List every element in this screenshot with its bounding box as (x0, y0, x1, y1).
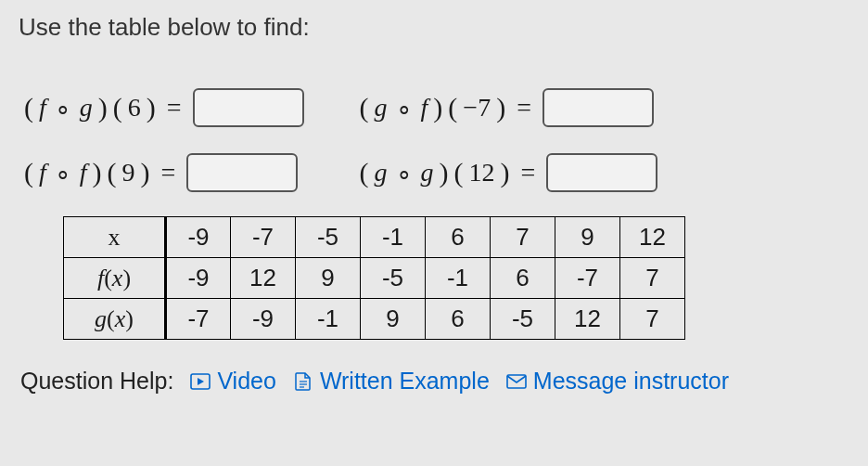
table-row: f(x) -9 12 9 -5 -1 6 -7 7 (64, 258, 685, 299)
answer-input-fog6[interactable] (193, 88, 304, 127)
table-cell: -1 (361, 217, 426, 258)
row-label-fx: f(x) (64, 258, 166, 299)
table-cell: -1 (426, 258, 491, 299)
var-x: x (115, 305, 126, 332)
arg-value: −7 (463, 93, 491, 123)
table-cell: 12 (231, 258, 296, 299)
func-symbol: f (39, 93, 46, 123)
table-row: x -9 -7 -5 -1 6 7 9 12 (64, 217, 685, 258)
table-cell: 12 (555, 299, 620, 340)
equation-gog-12: ( g ∘ g ) (12) = (360, 153, 658, 192)
written-example-label: Written Example (320, 368, 490, 395)
row-label-x: x (64, 217, 166, 258)
table-cell: 7 (620, 299, 685, 340)
table-row: g(x) -7 -9 -1 9 6 -5 12 7 (64, 299, 685, 340)
arg-value: 12 (469, 158, 495, 188)
table-cell: 6 (426, 217, 491, 258)
table-cell: -5 (296, 217, 361, 258)
table-cell: 9 (361, 299, 426, 340)
var-x: x (112, 265, 123, 291)
func-symbol: f (80, 158, 87, 188)
table-cell: -7 (166, 299, 231, 340)
answer-input-fof9[interactable] (186, 153, 298, 192)
table-cell: 7 (620, 258, 685, 299)
row-label-gx: g(x) (64, 299, 166, 340)
equation-fog-6: ( f ∘ g ) (6) = (24, 88, 304, 127)
table-cell: -7 (231, 217, 296, 258)
table-cell: 6 (426, 299, 491, 340)
func-symbol: f (421, 93, 428, 123)
func-symbol: g (80, 93, 93, 123)
message-instructor-link[interactable]: Message instructor (506, 368, 729, 395)
instruction-text: Use the table below to find: (19, 13, 849, 42)
written-example-link[interactable]: Written Example (293, 368, 490, 395)
answer-input-gog12[interactable] (546, 153, 657, 192)
table-cell: 6 (491, 258, 555, 299)
video-icon (190, 373, 211, 390)
data-table: x -9 -7 -5 -1 6 7 9 12 f(x) -9 12 9 -5 -… (63, 216, 685, 340)
message-instructor-label: Message instructor (533, 368, 729, 395)
table-cell: -5 (361, 258, 426, 299)
func-symbol: f (39, 158, 46, 188)
table-cell: 9 (296, 258, 361, 299)
table-cell: -9 (166, 258, 231, 299)
equation-fof-9: ( f ∘ f ) (9) = (24, 153, 304, 192)
table-cell: -1 (296, 299, 361, 340)
func-f: f (97, 265, 104, 291)
video-link[interactable]: Video (190, 368, 276, 395)
arg-value: 9 (122, 158, 135, 188)
func-symbol: g (375, 93, 388, 123)
equations-grid: ( f ∘ g ) (6) = ( g ∘ f ) (−7) = ( f ∘ f… (24, 88, 657, 192)
arg-value: 6 (128, 93, 141, 123)
func-symbol: g (421, 158, 434, 188)
func-symbol: g (375, 158, 388, 188)
equation-gof-neg7: ( g ∘ f ) (−7) = (360, 88, 658, 127)
table-cell: -9 (231, 299, 296, 340)
table-cell: 7 (491, 217, 555, 258)
table-cell: 9 (555, 217, 620, 258)
table-cell: 12 (620, 217, 685, 258)
answer-input-gof-7[interactable] (542, 88, 654, 127)
table-cell: -5 (491, 299, 555, 340)
envelope-icon (506, 373, 527, 390)
video-label: Video (217, 368, 276, 395)
svg-marker-1 (198, 378, 204, 385)
table-cell: -9 (166, 217, 231, 258)
table-cell: -7 (555, 258, 620, 299)
data-table-wrap: x -9 -7 -5 -1 6 7 9 12 f(x) -9 12 9 -5 -… (63, 216, 849, 340)
question-help-row: Question Help: Video Written Example (20, 368, 849, 395)
help-label: Question Help: (20, 368, 173, 395)
document-icon (293, 373, 313, 390)
func-g: g (95, 305, 107, 332)
svg-rect-5 (507, 375, 526, 388)
